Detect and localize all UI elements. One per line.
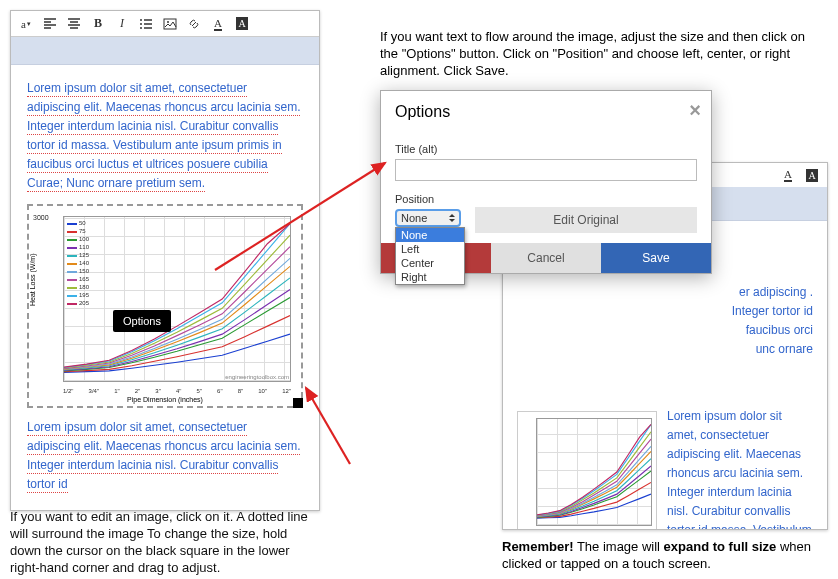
title-alt-label: Title (alt) [395, 143, 697, 155]
chart-y-max: 3000 [33, 214, 49, 221]
svg-point-2 [140, 27, 142, 29]
image-options-dialog: Options × Title (alt) Position None None… [380, 90, 712, 274]
highlight-button[interactable]: A [803, 166, 821, 184]
chart-legend: 5075100110125140150165180195205 [67, 220, 89, 308]
svg-point-0 [140, 19, 142, 21]
editor-toolbar: a▾ B I A A [11, 11, 319, 37]
editor-header-strip [11, 37, 319, 65]
align-left-button[interactable] [41, 15, 59, 33]
edit-original-button[interactable]: Edit Original [475, 207, 697, 233]
body-text-top[interactable]: Lorem ipsum dolor sit amet, consectetuer… [27, 79, 303, 193]
chart-x-ticks: 1/2"3/4"1"2"3"4"5"6"8"10"12" [63, 388, 291, 394]
wrapped-image[interactable] [517, 411, 657, 530]
dialog-close-button[interactable]: × [689, 99, 701, 122]
list-button[interactable] [137, 15, 155, 33]
position-select[interactable]: None [395, 209, 461, 227]
align-center-button[interactable] [65, 15, 83, 33]
cancel-button[interactable]: Cancel [491, 243, 601, 273]
position-option-left[interactable]: Left [396, 242, 464, 256]
save-button[interactable]: Save [601, 243, 711, 273]
bold-button[interactable]: B [89, 15, 107, 33]
instruction-text-flow: If you want text to flow around the imag… [380, 28, 820, 79]
remember-note: Remember! The image will expand to full … [502, 538, 828, 572]
svg-point-4 [167, 21, 169, 23]
text-color-button[interactable]: A [209, 15, 227, 33]
position-dropdown: NoneLeftCenterRight [395, 227, 465, 285]
right-partial-text: er adipiscing . Integer tortor id faucib… [723, 283, 813, 359]
instruction-edit-image: If you want to edit an image, click on i… [10, 508, 320, 576]
rich-text-editor: a▾ B I A A Lorem ipsum dolor sit amet, c… [10, 10, 320, 511]
embedded-image-selected[interactable]: 3000 Heat Loss (W/m) 5075100110125140150… [27, 204, 303, 408]
position-option-none[interactable]: None [396, 228, 464, 242]
svg-point-1 [140, 23, 142, 25]
insert-image-button[interactable] [161, 15, 179, 33]
highlight-button[interactable]: A [233, 15, 251, 33]
position-option-center[interactable]: Center [396, 256, 464, 270]
insert-link-button[interactable] [185, 15, 203, 33]
dialog-title: Options [395, 103, 450, 120]
body-text-bottom[interactable]: Lorem ipsum dolor sit amet, consectetuer… [27, 418, 303, 494]
chart-watermark: engineeringtoolbox.com [225, 374, 289, 380]
text-color-button[interactable]: A [779, 166, 797, 184]
resize-handle[interactable] [293, 398, 303, 408]
position-option-right[interactable]: Right [396, 270, 464, 284]
chart-y-label: Heat Loss (W/m) [29, 253, 36, 306]
title-alt-input[interactable] [395, 159, 697, 181]
font-size-picker[interactable]: a▾ [17, 15, 35, 33]
position-label: Position [395, 193, 697, 205]
italic-button[interactable]: I [113, 15, 131, 33]
image-options-button[interactable]: Options [113, 310, 171, 332]
chart-image: 3000 Heat Loss (W/m) 5075100110125140150… [31, 208, 299, 404]
chart-x-label: Pipe Dimension (inches) [127, 396, 203, 403]
